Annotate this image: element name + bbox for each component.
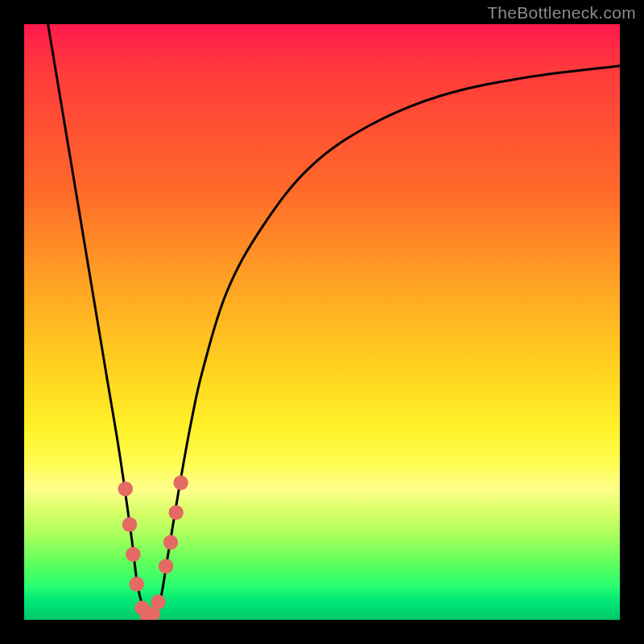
data-marker bbox=[168, 506, 184, 521]
data-marker bbox=[151, 595, 166, 610]
plot-area bbox=[24, 24, 620, 620]
data-marker bbox=[163, 535, 179, 551]
data-marker bbox=[130, 576, 145, 592]
chart-frame: TheBottleneck.com bbox=[0, 0, 644, 644]
data-marker bbox=[118, 481, 134, 497]
data-marker bbox=[159, 559, 174, 574]
data-marker bbox=[126, 547, 141, 562]
data-marker bbox=[173, 476, 188, 491]
data-marker bbox=[122, 517, 138, 532]
watermark-text: TheBottleneck.com bbox=[487, 3, 636, 23]
curve-layer bbox=[24, 24, 620, 620]
